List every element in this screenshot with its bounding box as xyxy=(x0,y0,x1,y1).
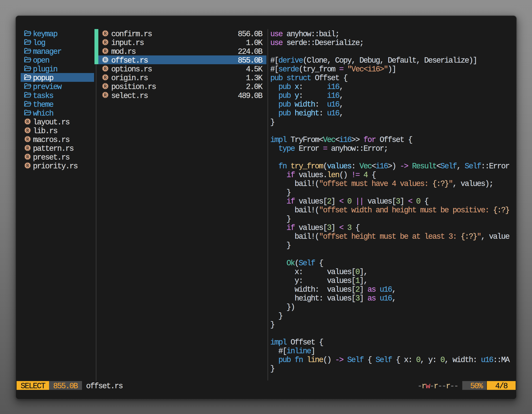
svg-text:R: R xyxy=(26,119,29,124)
svg-text:R: R xyxy=(104,66,107,71)
svg-text:R: R xyxy=(104,31,107,36)
svg-text:R: R xyxy=(26,128,29,133)
svg-text:R: R xyxy=(26,146,29,150)
svg-text:R: R xyxy=(26,163,29,168)
svg-text:R: R xyxy=(26,137,29,141)
svg-text:R: R xyxy=(104,75,107,80)
svg-text:R: R xyxy=(104,93,107,97)
svg-text:R: R xyxy=(104,49,107,53)
svg-text:R: R xyxy=(104,84,107,88)
svg-text:R: R xyxy=(104,40,107,44)
svg-text:R: R xyxy=(26,154,29,159)
svg-text:R: R xyxy=(104,58,107,62)
